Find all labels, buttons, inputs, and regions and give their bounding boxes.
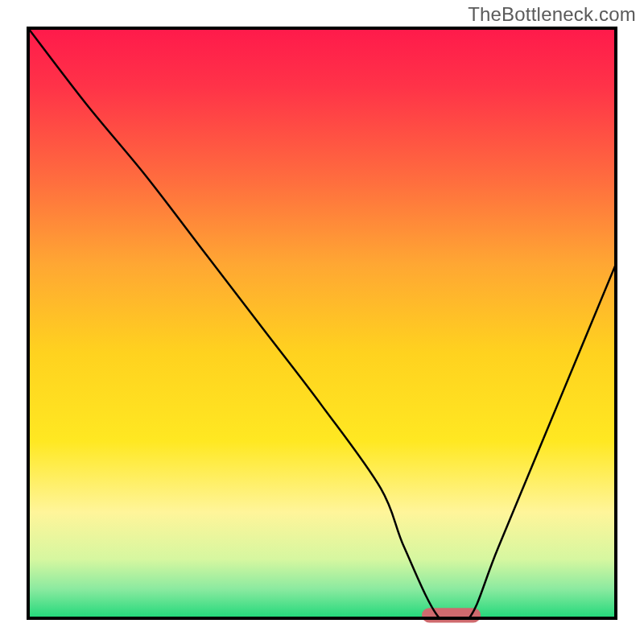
chart-container: TheBottleneck.com: [0, 0, 644, 644]
watermark-text: TheBottleneck.com: [468, 3, 636, 26]
plot-background: [28, 28, 616, 618]
chart-svg: [0, 0, 644, 644]
